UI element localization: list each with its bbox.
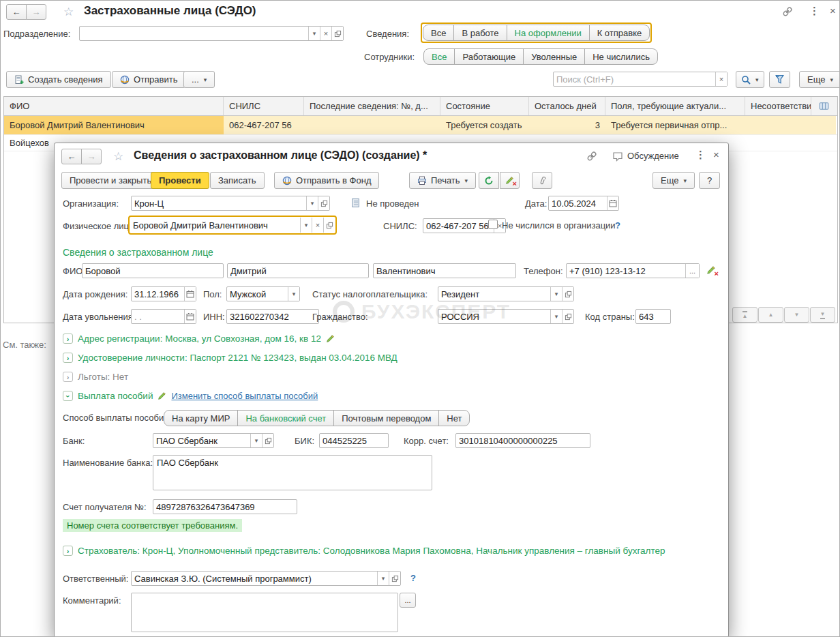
open-icon[interactable]: [562, 310, 573, 323]
open-icon[interactable]: [331, 27, 343, 40]
payment-title[interactable]: Выплата пособий: [78, 391, 153, 401]
change-payment-link[interactable]: Изменить способ выплаты пособий: [171, 391, 318, 401]
sex-input[interactable]: [227, 287, 288, 301]
dropdown-icon[interactable]: ▾: [300, 218, 312, 233]
refresh-button[interactable]: [479, 172, 499, 189]
open-icon[interactable]: [389, 572, 400, 585]
more-button[interactable]: Еще▾: [799, 71, 840, 88]
phone-field[interactable]: ...: [566, 263, 700, 278]
middlename-field[interactable]: [373, 263, 516, 278]
open-icon[interactable]: [562, 287, 573, 301]
dropdown-icon[interactable]: ▾: [377, 572, 389, 585]
account-input[interactable]: [153, 500, 297, 514]
help-button[interactable]: ?: [699, 172, 720, 189]
sex-field[interactable]: ▾: [226, 286, 300, 301]
expand-iddoc-icon[interactable]: ›: [63, 353, 73, 363]
dropdown-icon[interactable]: ▾: [308, 27, 320, 40]
send-to-fund-button[interactable]: Отправить в Фонд: [274, 172, 379, 189]
lastname-field[interactable]: [82, 263, 224, 278]
cancel-edit-button[interactable]: ×: [500, 172, 520, 189]
discussion-icon[interactable]: [612, 151, 623, 162]
configure-list-button[interactable]: [769, 71, 790, 88]
citizenship-field[interactable]: ▾: [438, 309, 574, 324]
not-listed-help-icon[interactable]: ?: [615, 220, 620, 231]
dropdown-icon[interactable]: ▾: [550, 310, 562, 323]
citizenship-input[interactable]: [438, 310, 550, 323]
responsible-field[interactable]: ▾: [131, 571, 401, 586]
phone-input[interactable]: [567, 264, 685, 278]
address-text[interactable]: Адрес регистрации: Москва, ул Совхозная,…: [78, 334, 321, 344]
department-field[interactable]: ▾ ×: [79, 26, 344, 41]
search-field[interactable]: ×: [553, 72, 728, 87]
send-button[interactable]: Отправить: [112, 71, 185, 88]
employees-notlisted[interactable]: Не числились: [584, 48, 658, 65]
col-fields[interactable]: Поля, требующие актуали...: [605, 97, 745, 115]
col-fio[interactable]: ФИО: [4, 97, 224, 115]
benefits-text[interactable]: Льготы: Нет: [78, 372, 128, 382]
col-days[interactable]: Осталось дней: [529, 97, 605, 115]
attachments-button[interactable]: [532, 172, 552, 189]
open-icon[interactable]: [262, 434, 273, 447]
country-code-field[interactable]: [635, 309, 671, 324]
create-svedeniya-button[interactable]: Создать сведения: [6, 71, 111, 88]
person-input[interactable]: [130, 218, 300, 233]
svedeniya-inwork[interactable]: В работе: [453, 25, 507, 41]
method-mir-card[interactable]: На карту МИР: [164, 410, 238, 426]
firedate-input[interactable]: [132, 310, 184, 323]
expand-insurer-icon[interactable]: ›: [63, 546, 73, 556]
expand-address-icon[interactable]: ›: [63, 334, 73, 344]
dialog-favorite-star-icon[interactable]: ☆: [113, 149, 123, 164]
not-listed-checkbox[interactable]: [488, 220, 498, 229]
back-button[interactable]: ←: [6, 4, 27, 20]
lastname-input[interactable]: [82, 264, 223, 278]
account-field[interactable]: [153, 499, 297, 514]
tax-status-field[interactable]: ▾: [438, 286, 574, 301]
birthdate-field[interactable]: [131, 286, 196, 301]
method-postal[interactable]: Почтовым переводом: [333, 410, 439, 426]
firedate-field[interactable]: [131, 309, 196, 324]
svedeniya-tosend[interactable]: К отправке: [589, 25, 650, 41]
dropdown-icon[interactable]: ▾: [550, 287, 562, 301]
discussion-label[interactable]: Обсуждение: [627, 151, 679, 161]
date-input[interactable]: [549, 196, 607, 210]
window-menu-icon[interactable]: ⋮: [809, 5, 818, 17]
org-field[interactable]: ▾: [131, 196, 330, 211]
dropdown-icon[interactable]: ▾: [250, 434, 262, 447]
date-field[interactable]: [548, 196, 619, 211]
phone-dots-icon[interactable]: ...: [685, 264, 699, 278]
firstname-input[interactable]: [228, 264, 368, 278]
close-window-icon[interactable]: ×: [830, 5, 836, 16]
comment-textarea[interactable]: [131, 593, 398, 632]
dialog-forward-button[interactable]: →: [81, 149, 102, 164]
search-button[interactable]: ▾: [736, 71, 764, 88]
phone-cancel-edit-icon[interactable]: ×: [706, 265, 716, 275]
edit-pencil-icon[interactable]: [158, 391, 166, 400]
method-bank-account[interactable]: На банковский счет: [237, 410, 334, 426]
open-icon[interactable]: [318, 196, 329, 210]
bank-name-textarea[interactable]: ПАО Сбербанк: [153, 455, 432, 490]
open-icon[interactable]: [323, 218, 335, 233]
clear-icon[interactable]: ×: [320, 27, 331, 40]
inn-field[interactable]: [226, 309, 319, 324]
bank-field[interactable]: ▾: [153, 433, 274, 448]
table-row[interactable]: Боровой Дмитрий Валентинович 062-467-207…: [4, 116, 837, 135]
toolbar-dots-button[interactable]: ...▾: [183, 71, 215, 88]
id-doc-text[interactable]: Удостоверение личности: Паспорт 2121 № 1…: [78, 353, 397, 363]
scroll-up-icon[interactable]: ▲: [758, 307, 783, 323]
expand-benefits-icon[interactable]: ›: [63, 372, 73, 382]
scroll-down-icon[interactable]: ▼: [784, 307, 809, 323]
svedeniya-drafting[interactable]: На оформлении: [507, 25, 590, 41]
calendar-icon[interactable]: [184, 310, 196, 323]
search-input[interactable]: [554, 72, 715, 86]
print-button[interactable]: Печать▾: [409, 172, 476, 189]
column-settings-icon[interactable]: [811, 97, 836, 115]
snils-input[interactable]: [423, 219, 494, 233]
dialog-close-icon[interactable]: ×: [713, 149, 719, 160]
birthdate-input[interactable]: [132, 287, 184, 301]
comment-dots-button[interactable]: ...: [400, 593, 416, 608]
edit-pencil-icon[interactable]: [326, 334, 335, 343]
svedeniya-all[interactable]: Все: [423, 25, 454, 41]
post-and-close-button[interactable]: Провести и закрыть: [61, 172, 160, 189]
bank-input[interactable]: [153, 434, 250, 447]
bik-field[interactable]: [319, 433, 389, 448]
